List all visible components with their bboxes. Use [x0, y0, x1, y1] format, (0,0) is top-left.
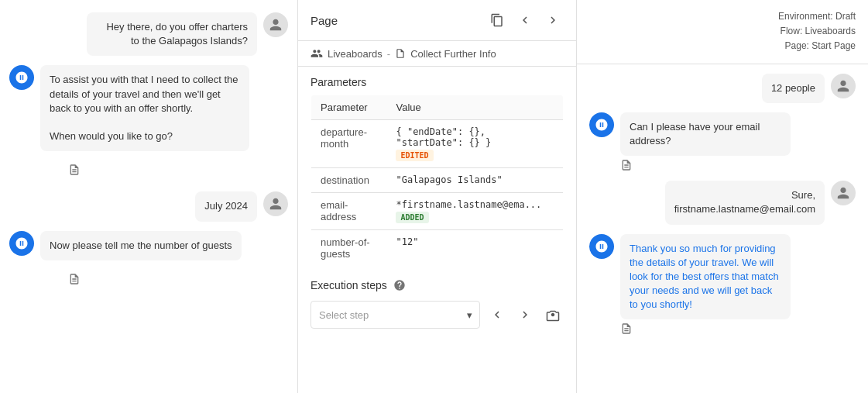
- params-title: Parameters: [298, 67, 576, 95]
- help-icon[interactable]: [392, 278, 407, 293]
- middle-panel: Page Liveaboards - Collect Further Info …: [298, 0, 577, 393]
- bubble-user-1: Hey there, do you offer charters to the …: [87, 12, 257, 56]
- right-bubble-bot-2: Thank you so much for providing the deta…: [620, 234, 791, 320]
- exec-section: Execution steps Select step ▾: [298, 267, 576, 335]
- chevron-right-icon[interactable]: [542, 9, 564, 31]
- params-table: Parameter Value departure-month{ "endDat…: [310, 95, 564, 267]
- right-avatar-user-1: [831, 74, 856, 98]
- avatar-bot-1: [9, 65, 34, 90]
- file-placeholder-2: [40, 267, 65, 291]
- table-row: number-of-guests"12": [311, 230, 564, 267]
- file-badge-2: [68, 273, 81, 285]
- left-chat-panel: Hey there, do you offer charters to the …: [0, 0, 298, 393]
- table-row: departure-month{ "endDate": {}, "startDa…: [311, 120, 564, 168]
- right-chat-row-user-1: 12 people: [589, 74, 856, 103]
- exec-controls: Select step ▾: [310, 301, 564, 329]
- chat-row-bot-1: To assist you with that I need to collec…: [9, 65, 288, 182]
- param-name-0: departure-month: [311, 120, 387, 168]
- flow-icon: [310, 47, 323, 60]
- right-avatar-bot-1: [589, 112, 614, 137]
- right-panel: Environment: Draft Flow: Liveaboards Pag…: [577, 0, 868, 393]
- page-label: Page: Start Page: [589, 39, 856, 53]
- breadcrumb-page: Collect Further Info: [410, 48, 496, 60]
- page-label: Page: [310, 14, 338, 27]
- page-icon: [395, 48, 406, 59]
- avatar-user-2: [263, 191, 288, 216]
- right-avatar-bot-2: [589, 234, 614, 259]
- right-chat-row-bot-1: Can I please have your email address?: [589, 112, 856, 171]
- chat-row-user-1: Hey there, do you offer charters to the …: [9, 12, 288, 56]
- right-chat-row-bot-2: Thank you so much for providing the deta…: [589, 234, 856, 336]
- breadcrumb-separator: -: [387, 48, 390, 60]
- right-chat: 12 people Can I please have your email a…: [577, 64, 868, 393]
- chat-row-user-2: July 2024: [9, 191, 288, 221]
- param-name-1: destination: [311, 168, 387, 193]
- table-row: destination"Galapagos Islands": [311, 168, 564, 193]
- right-chat-row-user-2: Sure,firstname.lastname@email.com: [589, 181, 856, 224]
- step-select-wrap[interactable]: Select step ▾: [310, 301, 480, 329]
- col-header-param: Parameter: [311, 95, 387, 120]
- chevron-left-icon[interactable]: [514, 9, 536, 31]
- status-badge-0: EDITED: [396, 150, 433, 161]
- exec-title-text: Execution steps: [310, 279, 387, 291]
- clipboard-icon[interactable]: [486, 9, 508, 31]
- right-bubble-user-1: 12 people: [762, 74, 825, 103]
- param-value-1: "Galapagos Islands": [386, 168, 563, 193]
- bubble-bot-2: Now please tell me the number of guests: [40, 231, 242, 260]
- file-icon-row-1: [40, 157, 249, 182]
- right-bubble-bot-1: Can I please have your email address?: [620, 112, 791, 156]
- camera-icon[interactable]: [542, 304, 564, 326]
- next-step-icon[interactable]: [514, 304, 536, 326]
- step-select[interactable]: Select step: [310, 301, 480, 329]
- param-value-2: *firstname.lastname@ema...ADDED: [386, 193, 563, 230]
- middle-header: Page: [298, 0, 576, 41]
- param-name-3: number-of-guests: [311, 230, 387, 267]
- prev-step-icon[interactable]: [486, 304, 508, 326]
- right-file-badge-1: [620, 159, 791, 171]
- param-value-3: "12": [386, 230, 563, 267]
- param-name-2: email-address: [311, 193, 387, 230]
- file-placeholder-1: [40, 157, 65, 182]
- avatar-bot-2: [9, 231, 34, 256]
- right-avatar-user-2: [831, 181, 856, 205]
- file-icon-row-2: [40, 267, 242, 291]
- exec-title: Execution steps: [310, 278, 564, 293]
- breadcrumb-flow: Liveaboards: [328, 48, 383, 60]
- flow-label: Flow: Liveaboards: [589, 24, 856, 39]
- avatar-user-1: [263, 12, 288, 37]
- table-row: email-address*firstname.lastname@ema...A…: [311, 193, 564, 230]
- env-info: Environment: Draft Flow: Liveaboards Pag…: [577, 0, 868, 64]
- breadcrumb: Liveaboards - Collect Further Info: [298, 41, 576, 67]
- status-badge-2: ADDED: [396, 212, 428, 223]
- right-file-badge-2: [620, 322, 791, 335]
- bubble-user-2: July 2024: [195, 191, 257, 221]
- file-badge-1: [68, 164, 81, 176]
- col-header-value: Value: [386, 95, 563, 120]
- param-value-0: { "endDate": {}, "startDate": {} }EDITED: [386, 120, 563, 168]
- right-bubble-user-2: Sure,firstname.lastname@email.com: [665, 181, 825, 224]
- chat-row-bot-2: Now please tell me the number of guests: [9, 231, 288, 291]
- bubble-bot-1: To assist you with that I need to collec…: [40, 65, 249, 151]
- header-controls: [486, 9, 564, 31]
- env-label: Environment: Draft: [589, 9, 856, 24]
